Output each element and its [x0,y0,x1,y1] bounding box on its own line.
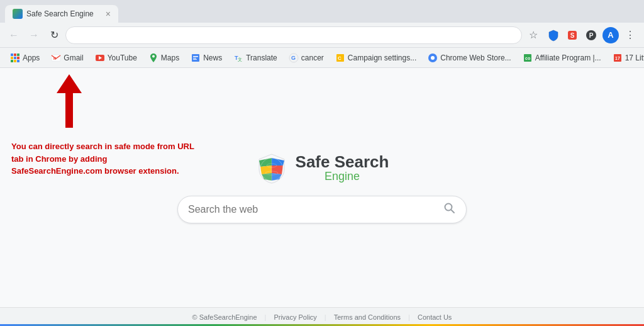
bookmark-chrome-web-store[interactable]: Chrome Web Store... [423,50,516,65]
bookmark-cancer[interactable]: G cancer [284,50,329,65]
svg-text:M: M [53,57,56,60]
svg-rect-4 [11,53,13,56]
logo-safe-search-text: Safe Search [296,153,389,171]
bookmark-campaign[interactable]: C Campaign settings... [330,50,421,65]
back-button[interactable]: ← [5,26,23,44]
svg-text:G: G [291,55,296,61]
svg-text:P: P [589,32,594,39]
svg-rect-9 [17,57,19,59]
browser-frame: Safe Search Engine × ← → ↻ ☆ S [0,0,644,326]
news-icon [191,53,201,63]
apps-icon [10,53,20,63]
svg-point-29 [431,56,435,60]
bookmark-campaign-label: Campaign settings... [348,53,416,62]
search-box[interactable] [177,196,467,223]
user-avatar-button[interactable]: A [602,27,619,43]
campaign-icon: C [335,53,345,63]
svg-rect-5 [14,53,16,56]
footer-divider-2: | [325,313,326,321]
svg-rect-10 [11,60,13,62]
logo-engine-text: Engine [296,171,389,183]
search-submit-button[interactable] [443,202,456,218]
bookmark-apps-label: Apps [23,53,40,62]
annotation-text: You can directly search in safe mode fro… [11,140,200,177]
footer-contact-link[interactable]: Contact Us [418,313,452,321]
footer-copyright: © SafeSearchEngine [192,313,257,321]
forward-button[interactable]: → [25,26,43,44]
tab-title: Safe Search Engine [26,9,102,18]
logo-text: Safe Search Engine [296,153,389,183]
bookmark-affiliate2-label: 17 Little-Known Affil... [625,53,644,62]
footer-divider-3: | [408,313,410,321]
svg-text:co: co [525,56,530,60]
bookmarks-bar: Apps M Gmail YouTube Maps [0,48,644,68]
arrow-annotation [57,74,82,128]
google-icon: G [289,53,299,63]
svg-point-17 [152,55,155,57]
extension-buttons: S P [545,26,600,44]
tab-favicon [13,9,23,19]
extension-shield-icon[interactable] [545,26,562,44]
url-input[interactable] [74,30,514,40]
svg-text:C: C [338,55,341,61]
page-content: You can directly search in safe mode fro… [0,68,644,326]
bookmark-maps-label: Maps [161,53,179,62]
tab-close-button[interactable]: × [106,9,111,19]
svg-rect-19 [193,56,198,57]
bookmark-youtube-label: YouTube [108,53,137,62]
svg-rect-12 [17,60,19,62]
affiliate-icon: co [523,53,533,63]
bookmark-affiliate-label: Affiliate Program |... [535,53,601,62]
footer: © SafeSearchEngine | Privacy Policy | Te… [0,307,644,326]
safe-search-logo-icon [255,152,288,184]
svg-rect-11 [14,60,16,62]
translate-icon: T 文 [233,53,243,63]
bookmark-gmail[interactable]: M Gmail [46,50,88,65]
svg-rect-20 [193,58,196,59]
bookmark-cancer-label: cancer [301,53,324,62]
search-input[interactable] [188,204,443,215]
chrome-store-icon [428,53,438,63]
bookmark-chrome-web-store-label: Chrome Web Store... [440,53,511,62]
search-icon [443,202,456,215]
svg-text:17: 17 [615,56,620,60]
bookmark-gmail-label: Gmail [64,53,83,62]
footer-terms-link[interactable]: Terms and Conditions [334,313,401,321]
reload-button[interactable]: ↻ [45,26,63,44]
svg-rect-7 [11,57,13,59]
svg-rect-21 [193,59,197,60]
affiliate2-icon: 17 [613,53,623,63]
bookmark-youtube[interactable]: YouTube [90,50,142,65]
active-tab[interactable]: Safe Search Engine × [5,5,118,23]
bookmark-maps[interactable]: Maps [143,50,184,65]
maps-icon [148,53,158,63]
footer-divider-1: | [265,313,267,321]
svg-line-40 [451,210,454,213]
bookmark-translate-label: Translate [246,53,277,62]
nav-bar: ← → ↻ ☆ S P [0,23,644,48]
bookmark-star-button[interactable]: ☆ [525,26,542,44]
svg-rect-6 [17,53,19,56]
bookmark-news[interactable]: News [186,50,227,65]
footer-privacy-link[interactable]: Privacy Policy [274,313,316,321]
bookmark-affiliate[interactable]: co Affiliate Program |... [518,50,606,65]
logo-area: Safe Search Engine [255,152,389,184]
address-bar[interactable] [65,26,522,44]
bookmark-news-label: News [203,53,222,62]
svg-rect-8 [14,57,16,59]
extension-red-icon[interactable]: S [564,26,581,44]
arrow-shaft [65,93,73,128]
tab-bar: Safe Search Engine × [0,0,644,23]
extension-dark-icon[interactable]: P [582,26,600,44]
bookmark-apps[interactable]: Apps [5,50,45,65]
bookmark-translate[interactable]: T 文 Translate [228,50,282,65]
chrome-menu-button[interactable]: ⋮ [621,26,639,44]
svg-text:文: 文 [238,57,242,62]
gmail-icon: M [51,53,61,63]
youtube-icon [95,53,105,63]
arrow-up-icon [57,74,82,93]
svg-text:S: S [570,32,575,39]
bookmark-affiliate2[interactable]: 17 17 Little-Known Affil... [608,50,644,65]
